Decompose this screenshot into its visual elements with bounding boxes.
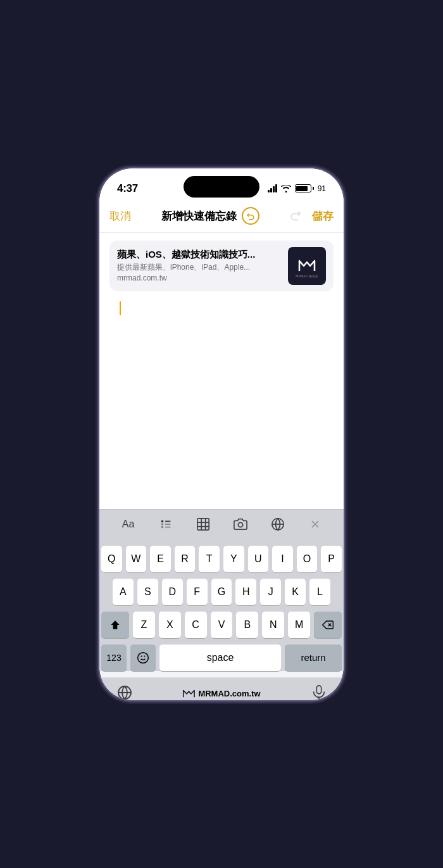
camera-icon — [234, 517, 247, 531]
space-key[interactable]: space — [159, 645, 281, 671]
battery-icon — [295, 184, 314, 192]
shift-key[interactable] — [101, 612, 129, 638]
nav-title-area: 新增快速備忘錄 — [161, 207, 259, 225]
location-button[interactable] — [264, 510, 292, 538]
keyboard-row-3: Z X C V B N M — [101, 612, 342, 638]
mrmad-logo-icon: MRMAD 瘋先生 — [293, 252, 321, 280]
location-icon — [271, 517, 285, 531]
nav-right: 儲存 — [289, 208, 334, 224]
table-icon — [196, 517, 210, 531]
link-card-description: 提供最新蘋果、iPhone、iPad、Apple... — [117, 262, 282, 273]
key-d[interactable]: D — [162, 579, 183, 605]
cancel-button[interactable]: 取消 — [109, 209, 131, 223]
svg-point-7 — [161, 526, 163, 529]
mrmad-bottom-icon — [182, 689, 195, 698]
keyboard-row-2: A S D F G H J K L — [101, 579, 342, 605]
svg-point-3 — [161, 523, 163, 525]
font-label: Aa — [122, 519, 135, 530]
status-icons: 91 — [268, 184, 326, 193]
delete-key[interactable] — [314, 612, 342, 638]
num-key[interactable]: 123 — [101, 645, 127, 671]
svg-point-2 — [161, 520, 163, 523]
bottom-logo-text: MRMAD.com.tw — [198, 689, 260, 698]
key-v[interactable]: V — [211, 612, 233, 638]
save-button[interactable]: 儲存 — [312, 209, 334, 223]
return-key[interactable]: return — [285, 645, 342, 671]
key-z[interactable]: Z — [133, 612, 155, 638]
key-k[interactable]: K — [285, 579, 306, 605]
emoji-icon — [137, 651, 149, 664]
svg-point-13 — [238, 522, 242, 527]
text-input-area[interactable] — [109, 299, 334, 501]
link-card-text: 蘋果、iOS、越獄技術知識技巧... 提供最新蘋果、iPhone、iPad、Ap… — [117, 249, 282, 282]
delete-icon — [322, 620, 334, 629]
key-a[interactable]: A — [113, 579, 134, 605]
svg-rect-25 — [316, 685, 321, 693]
wifi-icon — [281, 185, 291, 192]
phone-frame: 4:37 — [98, 167, 345, 701]
dynamic-island — [184, 176, 259, 198]
key-p[interactable]: P — [321, 546, 342, 572]
phone-inner: 4:37 — [99, 168, 344, 700]
key-i[interactable]: I — [272, 546, 293, 572]
toolbar-close-button[interactable] — [301, 510, 329, 538]
key-g[interactable]: G — [211, 579, 232, 605]
link-preview-card[interactable]: 蘋果、iOS、越獄技術知識技巧... 提供最新蘋果、iPhone、iPad、Ap… — [109, 241, 334, 291]
status-bar: 4:37 — [99, 168, 344, 200]
key-f[interactable]: F — [187, 579, 208, 605]
close-icon — [309, 518, 321, 531]
link-card-title: 蘋果、iOS、越獄技術知識技巧... — [117, 249, 282, 261]
key-w[interactable]: W — [126, 546, 147, 572]
link-card-url: mrmad.com.tw — [117, 274, 282, 282]
key-m[interactable]: M — [288, 612, 310, 638]
list-format-button[interactable] — [152, 510, 180, 538]
key-j[interactable]: J — [260, 579, 281, 605]
battery-percent: 91 — [318, 184, 326, 193]
key-n[interactable]: N — [262, 612, 284, 638]
key-t[interactable]: T — [199, 546, 220, 572]
key-x[interactable]: X — [159, 612, 181, 638]
keyboard: Q W E R T Y U I O P A S D F G H J K — [99, 539, 344, 671]
table-button[interactable] — [189, 510, 217, 538]
undo-button[interactable] — [242, 207, 259, 225]
key-o[interactable]: O — [297, 546, 318, 572]
list-icon — [159, 517, 173, 531]
svg-rect-8 — [197, 519, 208, 530]
key-u[interactable]: U — [248, 546, 269, 572]
status-time: 4:37 — [117, 182, 138, 195]
bottom-logo: MRMAD.com.tw — [182, 689, 260, 698]
shift-icon — [110, 620, 120, 630]
text-cursor — [120, 301, 121, 315]
key-l[interactable]: L — [309, 579, 330, 605]
keyboard-row-1: Q W E R T Y U I O P — [101, 546, 342, 572]
key-r[interactable]: R — [175, 546, 196, 572]
key-c[interactable]: C — [185, 612, 207, 638]
keyboard-row-4: 123 space return — [101, 645, 342, 671]
mic-icon — [312, 685, 326, 700]
link-card-thumbnail: MRMAD 瘋先生 — [288, 247, 326, 285]
key-y[interactable]: Y — [223, 546, 244, 572]
camera-button[interactable] — [227, 510, 254, 538]
formatting-toolbar: Aa — [99, 509, 344, 539]
content-area: 蘋果、iOS、越獄技術知識技巧... 提供最新蘋果、iPhone、iPad、Ap… — [99, 233, 344, 509]
key-e[interactable]: E — [150, 546, 171, 572]
key-q[interactable]: Q — [101, 546, 122, 572]
redo-button[interactable] — [289, 208, 302, 224]
key-b[interactable]: B — [236, 612, 258, 638]
signal-icon — [268, 184, 277, 192]
key-h[interactable]: H — [235, 579, 256, 605]
bottom-bar: MRMAD.com.tw — [99, 677, 344, 700]
svg-text:MRMAD 瘋先生: MRMAD 瘋先生 — [296, 274, 318, 278]
globe-icon — [117, 685, 132, 700]
nav-bar: 取消 新增快速備忘錄 儲存 — [99, 200, 344, 233]
key-s[interactable]: S — [137, 579, 158, 605]
mic-button[interactable] — [312, 685, 326, 700]
globe-button[interactable] — [117, 685, 132, 700]
emoji-key[interactable] — [130, 645, 156, 671]
page-title: 新增快速備忘錄 — [161, 209, 237, 223]
font-format-button[interactable]: Aa — [115, 510, 142, 538]
svg-point-20 — [138, 652, 149, 663]
